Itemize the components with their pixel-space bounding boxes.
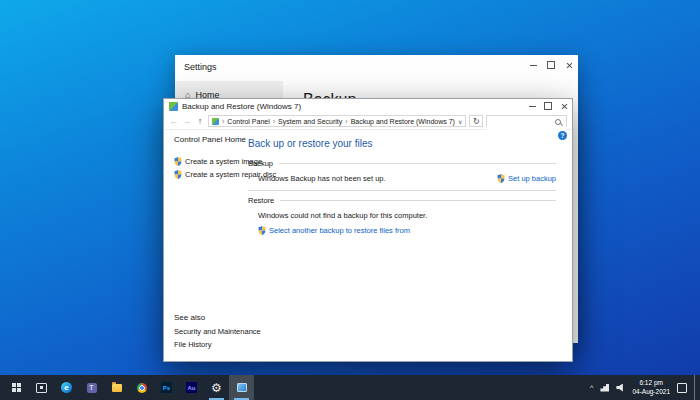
chrome-button[interactable] — [129, 375, 154, 400]
backup-window-title: Backup and Restore (Windows 7) — [182, 102, 301, 111]
control-panel-taskbar-button[interactable] — [229, 375, 254, 400]
refresh-icon: ↻ — [473, 117, 480, 126]
clock-date: 04-Aug-2021 — [632, 388, 670, 397]
uac-shield-icon — [497, 174, 505, 183]
minimize-icon — [529, 106, 536, 107]
backup-section-header: Backup — [248, 159, 556, 168]
maximize-button[interactable] — [540, 99, 556, 113]
close-button[interactable] — [556, 99, 572, 113]
select-another-backup-label: Select another backup to restore files f… — [269, 226, 410, 235]
tray-chevron-up-icon[interactable]: ^ — [590, 384, 593, 391]
control-panel-window-icon — [237, 383, 247, 392]
backup-window-icon — [169, 102, 178, 111]
volume-icon[interactable] — [616, 384, 625, 392]
restore-section-header: Restore — [248, 196, 556, 205]
taskbar-icons: e T Ps Au ⚙ — [0, 375, 254, 400]
audition-icon: Au — [186, 382, 197, 393]
minimize-button[interactable] — [524, 55, 542, 75]
edge-icon: e — [61, 382, 72, 393]
section-rule — [279, 163, 556, 164]
create-repair-disc-link[interactable]: Create a system repair disc — [174, 170, 248, 179]
page-title: Back up or restore your files — [248, 138, 556, 149]
uac-shield-icon — [258, 226, 266, 235]
settings-window-controls — [524, 55, 578, 75]
control-panel-home-link[interactable]: Control Panel Home — [174, 135, 248, 144]
photoshop-button[interactable]: Ps — [154, 375, 179, 400]
chrome-icon — [137, 383, 147, 393]
close-icon — [561, 103, 568, 110]
file-history-link[interactable]: File History — [174, 340, 261, 349]
section-rule — [280, 200, 556, 201]
backup-titlebar: Backup and Restore (Windows 7) — [164, 99, 572, 113]
uac-shield-icon — [174, 157, 182, 166]
set-up-backup-link[interactable]: Set up backup — [497, 174, 556, 183]
restore-section-title: Restore — [248, 196, 274, 205]
desktop: Settings ⌂ Home Backup Backup and Restor… — [0, 0, 700, 400]
audition-button[interactable]: Au — [179, 375, 204, 400]
breadcrumb-item-control-panel[interactable]: Control Panel — [227, 118, 269, 125]
start-button[interactable] — [4, 375, 29, 400]
control-panel-icon — [212, 118, 219, 125]
breadcrumb-separator: › — [222, 118, 224, 125]
backup-status-row: Windows Backup has not been set up. Set … — [248, 168, 556, 189]
task-view-icon — [36, 383, 47, 393]
photoshop-icon: Ps — [161, 382, 172, 393]
refresh-button[interactable]: ↻ — [469, 115, 483, 127]
minimize-button[interactable] — [524, 99, 540, 113]
select-another-backup-link[interactable]: Select another backup to restore files f… — [258, 226, 556, 235]
maximize-button[interactable] — [542, 55, 560, 75]
explorer-toolbar: ← → ↑ › Control Panel › System and Secur… — [164, 113, 572, 130]
backup-window-controls — [524, 99, 572, 113]
uac-shield-icon — [174, 170, 182, 179]
restore-status-text: Windows could not find a backup for this… — [258, 211, 556, 220]
breadcrumb-separator: › — [345, 118, 347, 125]
see-also-section: See also Security and Maintenance File H… — [174, 313, 261, 353]
action-center-icon[interactable] — [677, 383, 687, 393]
close-icon — [566, 62, 573, 69]
teams-button[interactable]: T — [79, 375, 104, 400]
task-view-button[interactable] — [29, 375, 54, 400]
backup-main-pane: Back up or restore your files Backup Win… — [248, 134, 556, 235]
see-also-title: See also — [174, 313, 261, 322]
set-up-backup-label: Set up backup — [508, 174, 556, 183]
settings-taskbar-button[interactable]: ⚙ — [204, 375, 229, 400]
folder-icon — [112, 384, 122, 392]
help-icon[interactable]: ? — [558, 131, 567, 140]
breadcrumb-item-system-and-security[interactable]: System and Security — [278, 118, 342, 125]
create-system-image-link[interactable]: Create a system image — [174, 157, 248, 166]
taskbar: e T Ps Au ⚙ ^ 6:12 pm 04-Aug-2021 — [0, 375, 700, 400]
security-and-maintenance-link[interactable]: Security and Maintenance — [174, 327, 261, 336]
breadcrumb-item-backup-and-restore[interactable]: Backup and Restore (Windows 7) — [351, 118, 455, 125]
search-box — [486, 115, 567, 127]
windows-logo-icon — [12, 383, 21, 392]
taskbar-clock[interactable]: 6:12 pm 04-Aug-2021 — [632, 379, 670, 397]
minimize-icon — [530, 65, 537, 66]
breadcrumb: › Control Panel › System and Security › … — [208, 115, 466, 127]
file-explorer-button[interactable] — [104, 375, 129, 400]
network-icon[interactable] — [600, 384, 609, 392]
maximize-icon — [544, 102, 552, 110]
search-icon — [555, 119, 561, 125]
maximize-icon — [547, 61, 555, 69]
forward-icon[interactable]: → — [182, 117, 192, 126]
gear-icon: ⚙ — [211, 382, 222, 394]
up-icon[interactable]: ↑ — [195, 117, 205, 126]
settings-window-title: Settings — [184, 62, 217, 72]
clock-time: 6:12 pm — [632, 379, 670, 388]
system-tray: ^ 6:12 pm 04-Aug-2021 — [590, 375, 700, 400]
section-divider — [248, 190, 556, 191]
backup-section-title: Backup — [248, 159, 273, 168]
teams-icon: T — [87, 383, 97, 393]
edge-button[interactable]: e — [54, 375, 79, 400]
settings-titlebar: Settings — [175, 55, 578, 81]
backup-restore-window: Backup and Restore (Windows 7) ← → ↑ › C… — [163, 98, 573, 362]
back-icon[interactable]: ← — [169, 117, 179, 126]
show-desktop-button[interactable] — [694, 375, 699, 400]
close-button[interactable] — [560, 55, 578, 75]
backup-status-text: Windows Backup has not been set up. — [258, 174, 386, 183]
control-panel-sidebar: Control Panel Home Create a system image… — [164, 130, 248, 361]
chevron-down-icon[interactable]: ∨ — [458, 118, 462, 125]
breadcrumb-separator: › — [273, 118, 275, 125]
backup-content: Control Panel Home Create a system image… — [164, 130, 572, 361]
